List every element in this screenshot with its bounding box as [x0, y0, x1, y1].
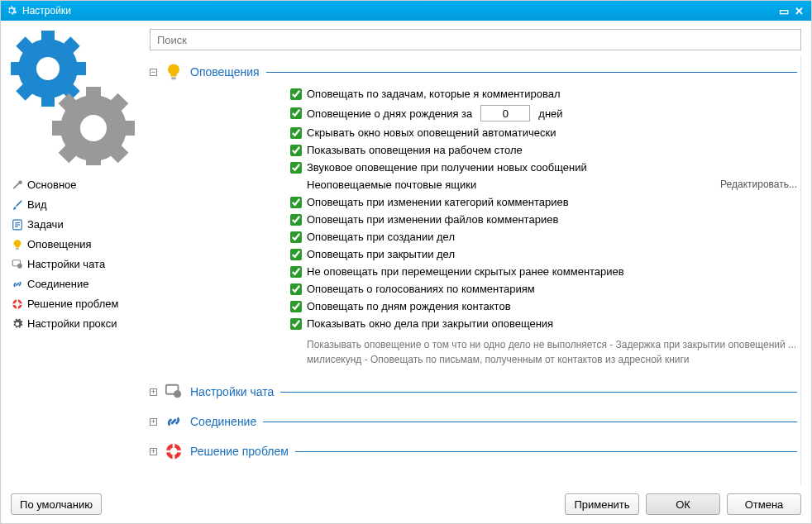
option-label: Оповещать при закрытии дел	[307, 248, 455, 260]
nav-item-connection[interactable]: Соединение	[11, 274, 150, 294]
nav-label: Настройки чата	[27, 256, 105, 273]
svg-point-5	[36, 57, 60, 80]
nav-list: Основное Вид Задачи Оповещения Настройки…	[11, 175, 150, 334]
wrench-icon	[11, 179, 24, 192]
search-input[interactable]	[150, 29, 801, 50]
section-title: Решение проблем	[190, 445, 289, 458]
lifebuoy-icon	[164, 441, 184, 461]
maximize-button[interactable]: ▭	[776, 5, 791, 17]
nav-label: Задачи	[27, 217, 64, 233]
svg-point-23	[174, 390, 181, 398]
svg-point-25	[170, 447, 177, 455]
nav-label: Решение проблем	[27, 296, 118, 312]
nav-label: Соединение	[27, 276, 89, 293]
option-label: Звуковое оповещение при получении новых …	[307, 161, 587, 174]
option-row: Не оповещать при перемещении скрытых ран…	[290, 263, 797, 280]
apply-button[interactable]: Применить	[565, 493, 639, 515]
option-checkbox[interactable]	[290, 283, 302, 295]
section-head-notifications: − Оповещения	[150, 55, 797, 85]
chat-icon	[11, 258, 24, 271]
ok-button[interactable]: ОК	[646, 493, 720, 515]
section-title: Оповещения	[190, 65, 260, 79]
section-head-connection: + Соединение	[150, 405, 797, 435]
bulb-icon	[11, 238, 24, 251]
svg-point-18	[17, 264, 22, 269]
defaults-button[interactable]: По умолчанию	[11, 493, 102, 515]
option-label: Оповещать о голосованиях по комментариям	[307, 283, 535, 295]
option-checkbox[interactable]	[290, 127, 302, 139]
gear-icon	[11, 317, 24, 331]
collapse-toggle[interactable]: −	[150, 69, 157, 76]
section-head-troubleshoot: + Решение проблем	[150, 435, 797, 464]
svg-point-11	[80, 115, 107, 141]
option-checkbox[interactable]	[290, 162, 302, 174]
option-checkbox[interactable]	[290, 214, 302, 226]
notifications-options: Оповещать по задачам, которые я комменти…	[290, 85, 797, 375]
option-row: Оповещать при закрытии дел	[290, 245, 797, 263]
option-row: Показывать оповещения на рабочем столе	[290, 141, 797, 159]
window-title: Настройки	[22, 5, 71, 17]
svg-rect-16	[16, 248, 19, 250]
option-row: Оповещать при изменении категорий коммен…	[290, 193, 797, 211]
option-checkbox[interactable]	[290, 231, 302, 243]
nav-label: Основное	[27, 177, 77, 193]
bulb-icon	[164, 62, 184, 82]
section-head-chat: + Настройки чата	[150, 375, 797, 405]
section-title: Соединение	[190, 415, 256, 428]
option-label: Оповещать при изменении категорий коммен…	[307, 196, 569, 208]
option-row-birthday: Оповещение о днях рождения за дней	[290, 102, 797, 124]
nav-label: Вид	[27, 197, 47, 213]
expand-toggle[interactable]: +	[150, 448, 157, 455]
option-label: Оповещать по дням рождения контактов	[307, 300, 511, 312]
option-label: Не оповещать при перемещении скрытых ран…	[307, 265, 624, 278]
link-icon	[164, 412, 184, 431]
unmonitored-row: Неоповещаемые почтовые ящики Редактирова…	[290, 176, 797, 193]
option-checkbox[interactable]	[290, 249, 302, 260]
option-checkbox[interactable]	[290, 197, 302, 208]
option-checkbox[interactable]	[290, 88, 302, 100]
option-row: Оповещать по задачам, которые я комменти…	[290, 85, 797, 102]
option-checkbox[interactable]	[290, 145, 302, 156]
option-checkbox[interactable]	[290, 318, 302, 330]
option-row: Оповещать по дням рождения контактов	[290, 298, 797, 315]
option-row: Показывать окно дела при закрытии оповещ…	[290, 315, 797, 332]
close-button[interactable]: ✕	[791, 5, 806, 17]
cancel-button[interactable]: Отмена	[727, 493, 801, 515]
svg-point-20	[15, 302, 20, 307]
notifications-footnote: Показывать оповещение о том что ни одно …	[290, 332, 797, 375]
title-bar: Настройки ▭ ✕	[1, 1, 811, 21]
days-input[interactable]	[480, 105, 530, 121]
nav-item-troubleshoot[interactable]: Решение проблем	[11, 294, 150, 314]
sidebar: Основное Вид Задачи Оповещения Настройки…	[11, 29, 150, 485]
nav-label: Настройки прокси	[27, 316, 117, 332]
gears-illustration	[11, 29, 143, 165]
option-label: Скрывать окно новых оповещений автоматич…	[307, 126, 556, 139]
option-label-post: дней	[538, 107, 562, 120]
option-row: Скрывать окно новых оповещений автоматич…	[290, 124, 797, 141]
footer: По умолчанию Применить ОК Отмена	[1, 485, 811, 523]
nav-item-notifications[interactable]: Оповещения	[11, 235, 150, 255]
option-checkbox[interactable]	[290, 107, 302, 119]
option-label: Оповещать при изменении файлов комментар…	[307, 213, 558, 226]
nav-item-view[interactable]: Вид	[11, 195, 150, 215]
link-icon	[11, 278, 24, 291]
settings-scroll[interactable]: − Оповещения Оповещать по задачам, котор…	[150, 55, 801, 485]
option-checkbox[interactable]	[290, 266, 302, 278]
nav-item-proxy[interactable]: Настройки прокси	[11, 314, 150, 334]
edit-link[interactable]: Редактировать...	[720, 179, 797, 191]
option-label: Оповещать по задачам, которые я комменти…	[307, 88, 561, 100]
option-checkbox[interactable]	[290, 301, 302, 312]
option-label: Оповещать при создании дел	[307, 231, 455, 243]
section-title: Настройки чата	[190, 385, 274, 398]
svg-rect-21	[171, 77, 176, 79]
expand-toggle[interactable]: +	[150, 418, 157, 426]
expand-toggle[interactable]: +	[150, 388, 157, 396]
option-label: Показывать окно дела при закрытии оповещ…	[307, 317, 553, 330]
option-label: Показывать оповещения на рабочем столе	[307, 144, 523, 156]
nav-item-tasks[interactable]: Задачи	[11, 215, 150, 235]
option-row: Звуковое оповещение при получении новых …	[290, 159, 797, 176]
tasks-icon	[11, 218, 24, 231]
nav-item-chat[interactable]: Настройки чата	[11, 255, 150, 274]
nav-item-main[interactable]: Основное	[11, 175, 150, 195]
option-row: Оповещать о голосованиях по комментариям	[290, 280, 797, 298]
